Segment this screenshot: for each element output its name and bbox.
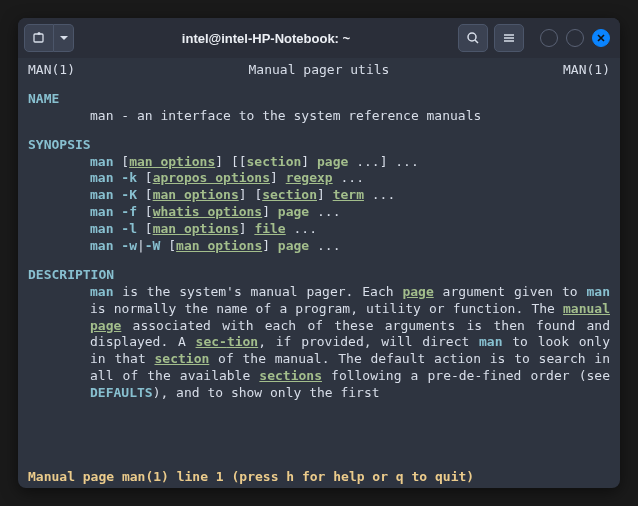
titlebar: intel@intel-HP-Notebook: ~ (18, 18, 620, 58)
synopsis-line: man -f [whatis options] page ... (90, 204, 610, 221)
section-name: NAME (28, 91, 59, 106)
search-button[interactable] (458, 24, 488, 52)
header-left: MAN(1) (28, 62, 75, 79)
new-tab-button[interactable] (24, 24, 54, 52)
synopsis-line: man [man options] [[section] page ...] .… (90, 154, 610, 171)
description-paragraph: man is the system's manual pager. Each p… (90, 284, 610, 402)
header-right: MAN(1) (563, 62, 610, 79)
section-synopsis: SYNOPSIS (28, 137, 91, 152)
synopsis-line: man -l [man options] file ... (90, 221, 610, 238)
svg-point-1 (468, 33, 476, 41)
section-description: DESCRIPTION (28, 267, 114, 282)
synopsis-line: man -k [apropos options] regexp ... (90, 170, 610, 187)
window-title: intel@intel-HP-Notebook: ~ (80, 31, 452, 46)
terminal-window: intel@intel-HP-Notebook: ~ MAN(1) Manual… (18, 18, 620, 488)
synopsis-line: man -w|-W [man options] page ... (90, 238, 610, 255)
synopsis-line: man -K [man options] [section] term ... (90, 187, 610, 204)
minimize-button[interactable] (540, 29, 558, 47)
terminal-content[interactable]: MAN(1) Manual pager utils MAN(1) NAME ma… (18, 58, 620, 469)
hamburger-menu-button[interactable] (494, 24, 524, 52)
header-center: Manual pager utils (249, 62, 390, 79)
new-tab-menu-button[interactable] (54, 24, 74, 52)
pager-status-line: Manual page man(1) line 1 (press h for h… (18, 469, 620, 488)
close-button[interactable] (592, 29, 610, 47)
maximize-button[interactable] (566, 29, 584, 47)
name-line: man - an interface to the system referen… (90, 108, 610, 125)
svg-rect-0 (34, 34, 43, 42)
